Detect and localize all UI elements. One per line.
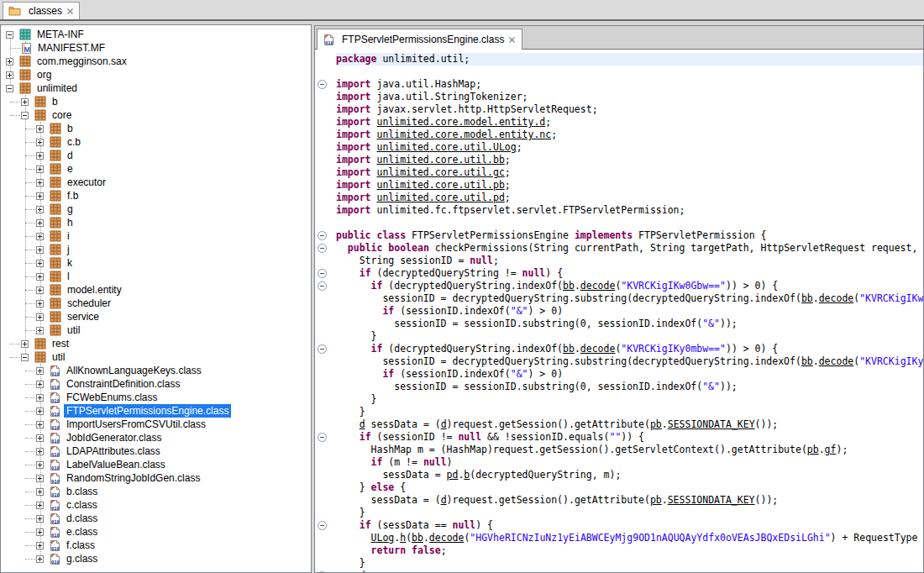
code-link[interactable]: pb (650, 494, 662, 506)
code-link[interactable]: d (360, 570, 365, 572)
code-link[interactable]: SESSIONDATA_KEY (668, 494, 755, 506)
code-link[interactable]: unlimited.core.util.bb (376, 154, 504, 166)
code-link[interactable]: unlimited.core.util.pd (376, 192, 504, 203)
expand-icon[interactable] (6, 71, 13, 79)
tree-item[interactable]: 010ImportUsersFromCSVUtil.class (1, 418, 311, 431)
fold-toggle-icon[interactable] (318, 244, 327, 253)
tree-item[interactable]: 010LabelValueBean.class (1, 458, 311, 471)
tree-item[interactable]: model.entity (1, 283, 311, 297)
expand-icon[interactable] (36, 475, 44, 482)
tree-item[interactable]: 010ConstraintDefinition.class (1, 377, 311, 391)
expand-icon[interactable] (36, 192, 44, 200)
code-link[interactable]: decode (580, 343, 616, 355)
tree-item[interactable]: core (1, 108, 311, 122)
tree-item[interactable]: k (1, 256, 311, 270)
tree-item[interactable]: 010AllKnownLanguageKeys.class (1, 364, 311, 377)
expand-icon[interactable] (36, 327, 44, 334)
fold-toggle-icon[interactable] (318, 521, 327, 530)
tree-item[interactable]: unlimited (1, 81, 311, 95)
tree-item[interactable]: 010c.class (1, 498, 311, 512)
code-link[interactable]: decode (429, 532, 465, 544)
fold-toggle-icon[interactable] (318, 281, 327, 291)
tree-item[interactable]: util (1, 323, 311, 337)
expand-icon[interactable] (36, 542, 44, 549)
tab-classes[interactable]: classes (3, 2, 80, 19)
tree-item[interactable]: executor (1, 176, 311, 189)
tree-item[interactable]: util (1, 350, 311, 364)
tree-item[interactable]: h (1, 216, 311, 229)
code-link[interactable]: bb (563, 343, 575, 355)
code-link[interactable]: unlimited.core.model.entity.d (376, 116, 545, 128)
collapse-icon[interactable] (6, 85, 13, 92)
fold-toggle-icon[interactable] (318, 433, 327, 442)
tree-item[interactable]: 010LDAPAttributes.class (1, 444, 311, 458)
expand-icon[interactable] (21, 340, 29, 348)
tree-item[interactable]: service (1, 310, 311, 323)
code-link[interactable]: bb (801, 355, 813, 367)
expand-icon[interactable] (36, 394, 44, 402)
tree-item[interactable]: 010JobIdGenerator.class (1, 431, 311, 444)
code-link[interactable]: pb (650, 418, 662, 430)
tree-item[interactable]: j (1, 243, 311, 256)
expand-icon[interactable] (36, 300, 44, 308)
expand-icon[interactable] (36, 448, 44, 455)
code-link[interactable]: decode (819, 355, 854, 367)
code-link[interactable]: unlimited.core.util.gc (376, 166, 504, 178)
code-link[interactable]: decode (580, 280, 616, 292)
tree-item[interactable]: c.b (1, 135, 311, 149)
tree-item[interactable]: 010b.class (1, 485, 311, 498)
expand-icon[interactable] (36, 260, 44, 267)
code-link[interactable]: bb (412, 532, 423, 544)
expand-icon[interactable] (36, 219, 44, 227)
tree-item[interactable]: rest (1, 337, 311, 350)
tree-item[interactable]: org (1, 68, 311, 81)
expand-icon[interactable] (36, 461, 44, 469)
tree-item[interactable]: d (1, 149, 311, 162)
collapse-icon[interactable] (21, 112, 29, 119)
tree-item[interactable]: b (1, 122, 311, 135)
code-link[interactable]: unlimited.core.util.ULog (376, 141, 516, 153)
code-link[interactable]: pb (807, 444, 819, 455)
code-link[interactable]: bb (801, 292, 813, 304)
expand-icon[interactable] (36, 555, 44, 563)
code-link[interactable]: SESSIONDATA_KEY (668, 418, 755, 430)
tree-item[interactable]: 010e.class (1, 525, 311, 539)
expand-icon[interactable] (36, 515, 44, 523)
tree-item[interactable]: l (1, 270, 311, 283)
code-link[interactable]: bb (563, 280, 575, 292)
tree-item[interactable]: b (1, 95, 311, 108)
collapse-icon[interactable] (6, 31, 13, 39)
expand-icon[interactable] (36, 434, 44, 442)
tree-item[interactable]: 010FTPServletPermissionsEngine.class (1, 404, 311, 418)
fold-toggle-icon[interactable] (318, 269, 327, 278)
tree-item[interactable]: 010g.class (1, 552, 311, 565)
tree-item[interactable]: e (1, 162, 311, 176)
fold-toggle-icon[interactable] (318, 344, 327, 354)
tree-item[interactable]: com.megginson.sax (1, 55, 311, 68)
expand-icon[interactable] (36, 179, 44, 187)
expand-icon[interactable] (36, 206, 44, 213)
expand-icon[interactable] (36, 421, 44, 428)
code-link[interactable]: unlimited.core.model.entity.nc (376, 129, 551, 140)
expand-icon[interactable] (36, 233, 44, 240)
expand-icon[interactable] (36, 502, 44, 509)
tree-item[interactable]: 010d.class (1, 512, 311, 525)
tree-item[interactable]: META-INF (1, 28, 311, 41)
tree-item[interactable]: i (1, 229, 311, 243)
expand-icon[interactable] (36, 407, 44, 415)
expand-icon[interactable] (6, 58, 13, 66)
expand-icon[interactable] (36, 125, 44, 133)
code-link[interactable]: gf (825, 444, 837, 455)
expand-icon[interactable] (36, 381, 44, 388)
tree-item[interactable]: scheduler (1, 297, 311, 310)
tree-item[interactable]: MMANIFEST.MF (1, 41, 311, 55)
expand-icon[interactable] (36, 313, 44, 321)
tree-item[interactable]: 010RandomStringJobIdGen.class (1, 471, 311, 485)
code-link[interactable]: pd (447, 469, 459, 481)
expand-icon[interactable] (21, 98, 29, 106)
expand-icon[interactable] (36, 488, 44, 496)
expand-icon[interactable] (36, 286, 44, 294)
expand-icon[interactable] (36, 246, 44, 254)
fold-toggle-icon[interactable] (318, 571, 327, 572)
expand-icon[interactable] (36, 273, 44, 281)
